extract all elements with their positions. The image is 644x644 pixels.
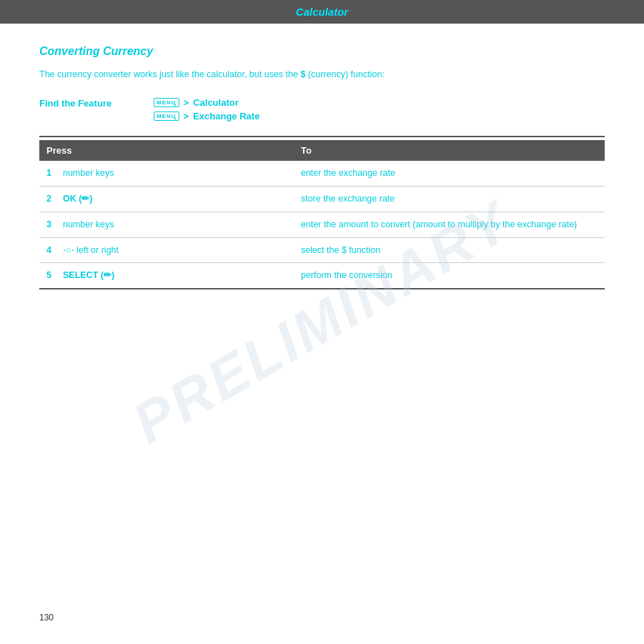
press-cell-1: 1 number keys (39, 161, 294, 186)
row-press-4: ⋅○⋅ left or right (63, 245, 119, 255)
row-num-4: 4 (46, 244, 58, 257)
find-feature-label: Find the Feature (39, 97, 154, 109)
arrow-gt-1: > (184, 97, 189, 108)
row-num-5: 5 (46, 269, 58, 282)
find-feature-block: Find the Feature MENU > Calculator MENU … (39, 97, 605, 122)
page-header: Calculator (0, 0, 644, 24)
to-cell-1: enter the exchange rate (294, 161, 605, 186)
content-area: Converting Currency The currency convert… (0, 24, 644, 311)
table-row: 5 SELECT (✏) perform the conversion (39, 263, 605, 289)
page-number: 130 (39, 613, 54, 623)
arrow-gt-2: > (184, 111, 189, 122)
page-header-title: Calculator (296, 6, 348, 18)
section-heading: Converting Currency (39, 45, 605, 58)
col-header-to: To (294, 140, 605, 161)
instruction-table: Press To 1 number keys enter the exchang… (39, 140, 605, 289)
to-cell-4: select the $ function (294, 237, 605, 263)
row-press-3: number keys (63, 219, 114, 229)
row-num-1: 1 (46, 167, 58, 180)
press-cell-2: 2 OK (✏) (39, 187, 294, 212)
table-row: 2 OK (✏) store the exchange rate (39, 187, 605, 212)
menu-icon-2: MENU (154, 112, 179, 121)
press-cell-5: 5 SELECT (✏) (39, 263, 294, 289)
table-row: 4 ⋅○⋅ left or right select the $ functio… (39, 237, 605, 263)
step-label-exchange-rate: Exchange Rate (193, 111, 259, 122)
press-cell-3: 3 number keys (39, 212, 294, 237)
to-cell-5: perform the conversion (294, 263, 605, 289)
find-feature-step-2: MENU > Exchange Rate (154, 111, 259, 122)
table-header-row: Press To (39, 140, 605, 161)
dollar-sign: $ (300, 69, 305, 79)
row-press-5: SELECT (✏) (63, 270, 114, 280)
find-feature-steps: MENU > Calculator MENU > Exchange Rate (154, 97, 259, 122)
row-press-2: OK (✏) (63, 194, 93, 204)
row-num-2: 2 (46, 192, 58, 206)
press-cell-4: 4 ⋅○⋅ left or right (39, 237, 294, 263)
table-row: 1 number keys enter the exchange rate (39, 161, 605, 186)
col-header-press: Press (39, 140, 294, 161)
step-label-calculator: Calculator (193, 97, 239, 108)
row-press-1: number keys (63, 168, 114, 178)
find-feature-step-1: MENU > Calculator (154, 97, 259, 108)
row-num-3: 3 (46, 218, 58, 232)
to-cell-3: enter the amount to convert (amount to m… (294, 212, 605, 237)
intro-paragraph: The currency converter works just like t… (39, 68, 605, 81)
menu-icon-1: MENU (154, 98, 179, 107)
table-row: 3 number keys enter the amount to conver… (39, 212, 605, 237)
to-cell-2: store the exchange rate (294, 187, 605, 212)
table-wrapper: Press To 1 number keys enter the exchang… (39, 136, 605, 289)
